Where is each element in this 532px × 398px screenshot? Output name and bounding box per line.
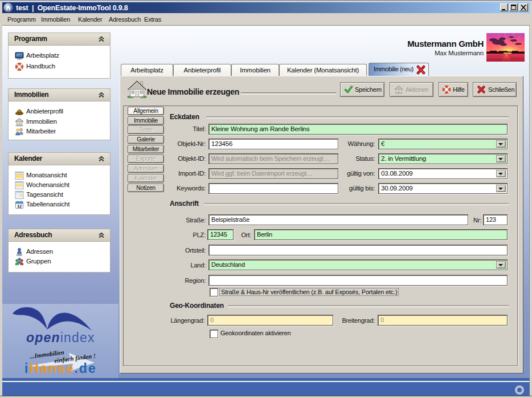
- svg-text:12: 12: [17, 204, 22, 209]
